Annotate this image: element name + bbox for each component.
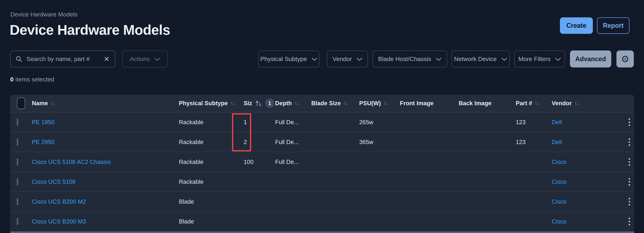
column-label: Blade Size <box>311 100 341 107</box>
chevron-down-icon <box>502 58 507 61</box>
column-header-size[interactable]: Siz 1 <box>244 98 275 108</box>
chevron-down-icon <box>436 58 442 61</box>
column-header-depth[interactable]: Depth ↑↓ <box>275 100 311 107</box>
filter-blade-host-chassis[interactable]: Blade Host/Chassis <box>372 50 447 68</box>
part-number-cell: 123 <box>516 139 552 146</box>
column-label: PSU(W) <box>359 100 381 107</box>
filter-label: Vendor <box>332 56 352 62</box>
column-label: Part # <box>516 100 532 107</box>
search-box[interactable]: ✕ <box>10 50 116 68</box>
create-button[interactable]: Create <box>560 17 593 34</box>
search-icon <box>16 56 22 63</box>
filter-label: Blade Host/Chassis <box>378 56 431 62</box>
sort-icon[interactable]: ↑↓ <box>383 100 388 106</box>
psu-cell: 265w <box>359 119 400 126</box>
vendor-link[interactable]: Cisco <box>552 178 566 185</box>
vendor-link[interactable]: Cisco <box>552 198 566 205</box>
sort-icon[interactable]: ↑↓ <box>535 100 539 106</box>
report-button[interactable]: Report <box>597 17 630 34</box>
size-cell: 100 <box>244 158 275 165</box>
physical-subtype-cell: Rackable <box>179 139 244 146</box>
actions-dropdown[interactable]: Actions <box>122 50 168 68</box>
physical-subtype-cell: Rackable <box>179 119 244 126</box>
row-actions-kebab-icon[interactable] <box>624 157 634 167</box>
select-all-checkbox[interactable] <box>17 97 26 109</box>
column-label: Vendor <box>552 100 572 107</box>
chevron-down-icon <box>356 58 362 61</box>
table-row: Cisco UCS 5108 AC2 Chassis Rackable 100 … <box>10 152 634 172</box>
filter-vendor[interactable]: Vendor <box>327 50 368 68</box>
filter-label: Network Device <box>454 56 496 62</box>
row-actions-kebab-icon[interactable] <box>624 137 634 147</box>
chevron-down-icon <box>154 58 160 61</box>
search-input[interactable] <box>26 55 100 63</box>
filter-label: More Filters <box>518 56 550 62</box>
sort-icon[interactable]: ↑↓ <box>294 100 298 106</box>
sort-icon[interactable]: ↑↓ <box>230 100 234 106</box>
gear-icon: ⚙ <box>621 54 629 64</box>
sort-icon[interactable]: ↑↓ <box>50 100 54 106</box>
row-actions-kebab-icon[interactable] <box>624 217 634 226</box>
device-hardware-models-page: Device Hardware Models Device Hardware M… <box>0 0 644 233</box>
column-header-physical-subtype[interactable]: Physical Subtype ↑↓ <box>179 100 244 107</box>
device-model-link[interactable]: Cisco UCS 5108 AC2 Chassis <box>32 158 111 165</box>
vendor-link[interactable]: Cisco <box>552 218 566 225</box>
horizontal-scrollbar[interactable] <box>10 232 634 233</box>
sort-ascending-icon[interactable] <box>255 100 262 107</box>
advanced-button[interactable]: Advanced <box>570 50 611 68</box>
device-model-link[interactable]: Cisco UCS B200 M2 <box>32 198 86 205</box>
selection-label: items selected <box>16 76 54 83</box>
row-actions-kebab-icon[interactable] <box>624 197 634 206</box>
sort-icon[interactable]: ↑↓ <box>343 100 348 106</box>
part-number-cell: 123 <box>516 119 552 126</box>
sort-icon[interactable]: ↑↓ <box>574 100 578 106</box>
row-actions-kebab-icon[interactable] <box>624 118 634 127</box>
column-header-name[interactable]: Name ↑↓ <box>32 100 179 107</box>
filter-label: Physical Subtype <box>260 56 307 62</box>
depth-cell: Full De... <box>275 139 311 146</box>
table-row: Cisco UCS B200 M3 Blade Cisco <box>10 212 634 232</box>
row-actions-kebab-icon[interactable] <box>624 177 634 187</box>
filter-more-filters[interactable]: More Filters <box>514 50 565 68</box>
row-checkbox[interactable] <box>17 139 18 146</box>
settings-button[interactable]: ⚙ <box>616 50 634 68</box>
vendor-link[interactable]: Dell <box>552 119 562 126</box>
row-checkbox[interactable] <box>17 119 18 126</box>
table-row: Cisco UCS B200 M2 Blade Cisco <box>10 192 634 212</box>
chevron-down-icon <box>555 58 561 61</box>
vendor-link[interactable]: Cisco <box>552 158 566 165</box>
chevron-down-icon <box>312 58 317 61</box>
column-label: Depth <box>275 100 292 107</box>
clear-search-icon[interactable]: ✕ <box>103 56 110 62</box>
column-header-vendor[interactable]: Vendor ↑↓ <box>552 100 624 107</box>
row-checkbox[interactable] <box>17 158 18 165</box>
row-checkbox[interactable] <box>17 198 18 205</box>
physical-subtype-cell: Rackable <box>179 158 244 165</box>
selection-status: 0items selected <box>10 76 54 83</box>
selection-count: 0 <box>10 76 14 83</box>
column-header-psu-w[interactable]: PSU(W) ↑↓ <box>359 100 400 107</box>
size-cell: 1 <box>244 119 275 126</box>
row-checkbox[interactable] <box>17 178 18 185</box>
device-models-table: Name ↑↓ Physical Subtype ↑↓ Siz 1 Depth … <box>10 94 634 233</box>
column-header-blade-size[interactable]: Blade Size ↑↓ <box>311 100 359 107</box>
column-label: Front Image <box>400 100 434 107</box>
table-header-row: Name ↑↓ Physical Subtype ↑↓ Siz 1 Depth … <box>10 94 634 112</box>
column-label: Back Image <box>459 100 492 107</box>
column-label: Siz <box>244 100 252 107</box>
device-model-link[interactable]: PE 2950 <box>32 139 54 145</box>
device-model-link[interactable]: Cisco UCS 5108 <box>32 178 76 185</box>
psu-cell: 365w <box>359 139 400 146</box>
row-checkbox[interactable] <box>17 218 18 225</box>
table-row: PE 2950 Rackable 2 Full De... 365w 123 D… <box>10 132 634 152</box>
device-model-link[interactable]: PE 1950 <box>32 119 54 126</box>
vendor-link[interactable]: Dell <box>552 139 562 145</box>
filter-physical-subtype[interactable]: Physical Subtype <box>258 50 320 68</box>
filter-network-device[interactable]: Network Device <box>451 50 510 68</box>
device-model-link[interactable]: Cisco UCS B200 M3 <box>32 218 86 225</box>
breadcrumb[interactable]: Device Hardware Models <box>10 11 78 18</box>
sort-order-badge: 1 <box>265 98 274 108</box>
actions-label: Actions <box>130 56 150 62</box>
column-header-back-image: Back Image <box>459 100 516 107</box>
column-header-part-number[interactable]: Part # ↑↓ <box>516 100 552 107</box>
